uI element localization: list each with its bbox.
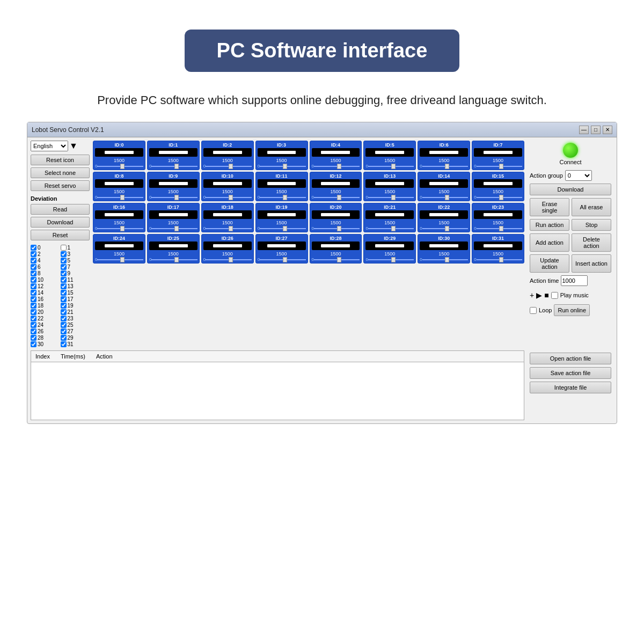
- servo-cell-ID23[interactable]: ID:23 1500 0: [472, 203, 524, 232]
- servo-slider[interactable]: 0: [420, 195, 468, 200]
- servo-cell-ID16[interactable]: ID:16 1500 0: [93, 203, 145, 232]
- servo-checkbox-31[interactable]: [61, 341, 67, 347]
- servo-cell-ID25[interactable]: ID:25 1500 0: [147, 234, 200, 264]
- run-action-button[interactable]: Run action: [530, 219, 569, 231]
- play-icon[interactable]: ▶: [536, 291, 542, 299]
- servo-checkbox-14[interactable]: [31, 290, 36, 296]
- file-btn-0[interactable]: Open action file: [530, 353, 611, 364]
- servo-cell-ID17[interactable]: ID:17 1500 0: [147, 203, 200, 232]
- servo-slider[interactable]: 0: [95, 257, 143, 262]
- servo-checkbox-5[interactable]: [61, 258, 67, 264]
- servo-cell-ID13[interactable]: ID:13 1500 0: [363, 172, 416, 201]
- select-none-button[interactable]: Select none: [31, 167, 90, 178]
- servo-slider[interactable]: 0: [203, 257, 252, 262]
- servo-slider[interactable]: 0: [95, 164, 143, 169]
- servo-checkbox-1[interactable]: [61, 245, 67, 251]
- servo-slider[interactable]: 0: [474, 195, 522, 200]
- reset-button[interactable]: Reset: [31, 230, 90, 240]
- action-group-select[interactable]: 0: [565, 170, 592, 181]
- servo-slider[interactable]: 0: [312, 195, 360, 200]
- servo-checkbox-21[interactable]: [61, 309, 67, 315]
- servo-slider[interactable]: 0: [474, 226, 522, 231]
- servo-cell-ID21[interactable]: ID:21 1500 0: [363, 203, 416, 232]
- servo-checkbox-8[interactable]: [31, 270, 36, 276]
- servo-cell-ID0[interactable]: ID:0 1500 0: [93, 141, 145, 170]
- servo-cell-ID15[interactable]: ID:15 1500 0: [472, 172, 524, 201]
- servo-slider[interactable]: 0: [365, 226, 414, 231]
- servo-slider[interactable]: 0: [474, 257, 522, 262]
- servo-cell-ID30[interactable]: ID:30 1500 0: [418, 234, 470, 264]
- update-action-button[interactable]: Update action: [530, 254, 569, 273]
- servo-cell-ID20[interactable]: ID:20 1500 0: [310, 203, 362, 232]
- servo-cell-ID27[interactable]: ID:27 1500 0: [255, 234, 308, 264]
- servo-cell-ID24[interactable]: ID:24 1500 0: [93, 234, 145, 264]
- servo-slider[interactable]: 0: [365, 164, 414, 169]
- servo-checkbox-18[interactable]: [31, 303, 36, 309]
- reset-servo-button[interactable]: Reset servo: [31, 180, 90, 191]
- servo-checkbox-19[interactable]: [61, 303, 67, 309]
- download-button[interactable]: Download: [530, 184, 611, 195]
- servo-cell-ID26[interactable]: ID:26 1500 0: [201, 234, 254, 264]
- servo-checkbox-16[interactable]: [31, 296, 36, 302]
- insert-action-button[interactable]: Insert action: [572, 254, 611, 273]
- servo-checkbox-6[interactable]: [31, 264, 36, 270]
- servo-cell-ID18[interactable]: ID:18 1500 0: [201, 203, 254, 232]
- servo-cell-ID4[interactable]: ID:4 1500 0: [310, 141, 362, 170]
- servo-slider[interactable]: 0: [95, 226, 143, 231]
- action-time-input[interactable]: [561, 275, 588, 286]
- read-button[interactable]: Read: [31, 204, 90, 215]
- servo-slider[interactable]: 0: [312, 257, 360, 262]
- servo-checkbox-23[interactable]: [61, 316, 67, 321]
- servo-slider[interactable]: 0: [420, 257, 468, 262]
- file-btn-1[interactable]: Save action file: [530, 367, 611, 379]
- servo-slider[interactable]: 0: [203, 195, 252, 200]
- servo-checkbox-12[interactable]: [31, 283, 36, 289]
- servo-cell-ID1[interactable]: ID:1 1500 0: [147, 141, 200, 170]
- servo-slider[interactable]: 0: [258, 195, 306, 200]
- servo-cell-ID7[interactable]: ID:7 1500 0: [472, 141, 524, 170]
- servo-checkbox-3[interactable]: [61, 251, 67, 257]
- servo-slider[interactable]: 0: [149, 164, 197, 169]
- file-btn-2[interactable]: Integrate file: [530, 382, 611, 393]
- servo-checkbox-30[interactable]: [31, 341, 36, 347]
- servo-cell-ID12[interactable]: ID:12 1500 0: [310, 172, 362, 201]
- loop-checkbox[interactable]: [530, 307, 537, 314]
- servo-slider[interactable]: 0: [474, 164, 522, 169]
- language-select[interactable]: English: [31, 141, 68, 151]
- servo-slider[interactable]: 0: [149, 226, 197, 231]
- download-deviation-button[interactable]: Download: [31, 217, 90, 228]
- play-music-checkbox[interactable]: [551, 292, 558, 299]
- add-action-button[interactable]: Add action: [530, 233, 569, 252]
- servo-slider[interactable]: 0: [365, 195, 414, 200]
- servo-checkbox-13[interactable]: [61, 283, 67, 289]
- erase-single-button[interactable]: Erase single: [530, 198, 569, 216]
- servo-checkbox-15[interactable]: [61, 290, 67, 296]
- servo-checkbox-9[interactable]: [61, 270, 67, 276]
- servo-slider[interactable]: 0: [312, 226, 360, 231]
- servo-slider[interactable]: 0: [149, 195, 197, 200]
- servo-cell-ID5[interactable]: ID:5 1500 0: [363, 141, 416, 170]
- servo-cell-ID31[interactable]: ID:31 1500 0: [472, 234, 524, 264]
- servo-cell-ID19[interactable]: ID:19 1500 0: [255, 203, 308, 232]
- add-icon[interactable]: +: [530, 291, 534, 299]
- all-erase-button[interactable]: All erase: [572, 198, 611, 216]
- servo-cell-ID14[interactable]: ID:14 1500 0: [418, 172, 470, 201]
- servo-cell-ID3[interactable]: ID:3 1500 0: [255, 141, 308, 170]
- servo-slider[interactable]: 0: [258, 164, 306, 169]
- servo-checkbox-2[interactable]: [31, 251, 36, 257]
- servo-checkbox-26[interactable]: [31, 328, 36, 334]
- servo-checkbox-17[interactable]: [61, 296, 67, 302]
- servo-cell-ID11[interactable]: ID:11 1500 0: [255, 172, 308, 201]
- servo-cell-ID29[interactable]: ID:29 1500 0: [363, 234, 416, 264]
- stop-button[interactable]: Stop: [572, 219, 611, 231]
- servo-checkbox-22[interactable]: [31, 316, 36, 321]
- run-online-button[interactable]: Run online: [554, 304, 590, 316]
- servo-slider[interactable]: 0: [149, 257, 197, 262]
- servo-checkbox-4[interactable]: [31, 258, 36, 264]
- servo-cell-ID28[interactable]: ID:28 1500 0: [310, 234, 362, 264]
- servo-slider[interactable]: 0: [365, 257, 414, 262]
- servo-checkbox-7[interactable]: [61, 264, 67, 270]
- servo-checkbox-29[interactable]: [61, 335, 67, 341]
- servo-cell-ID8[interactable]: ID:8 1500 0: [93, 172, 145, 201]
- servo-checkbox-11[interactable]: [61, 277, 67, 283]
